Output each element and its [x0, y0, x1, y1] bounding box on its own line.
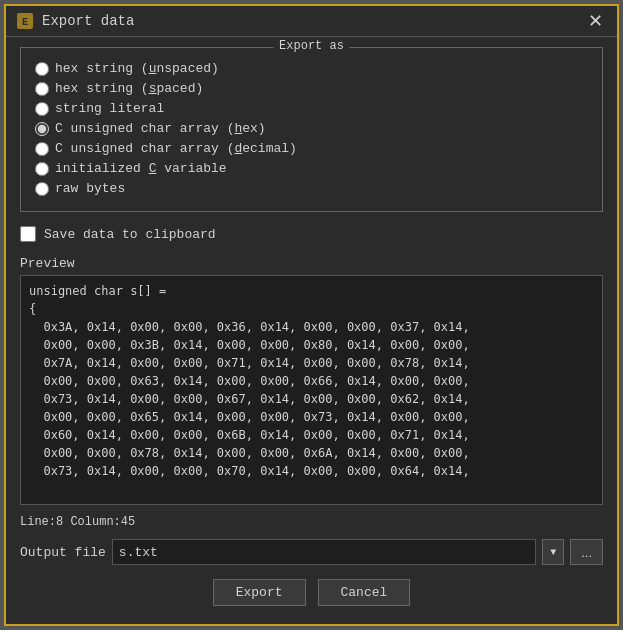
- preview-box[interactable]: unsigned char s[] = { 0x3A, 0x14, 0x00, …: [20, 275, 603, 505]
- radio-c-hex[interactable]: C unsigned char array (hex): [35, 121, 588, 136]
- output-dropdown-arrow[interactable]: ▼: [542, 539, 564, 565]
- output-file-input[interactable]: [112, 539, 536, 565]
- radio-hex-unspaced[interactable]: hex string (unspaced): [35, 61, 588, 76]
- radio-c-variable[interactable]: initialized C variable: [35, 161, 588, 176]
- output-browse-button[interactable]: ...: [570, 539, 603, 565]
- radio-label-c-variable: initialized C variable: [55, 161, 227, 176]
- radio-input-string-literal[interactable]: [35, 102, 49, 116]
- export-as-legend: Export as: [273, 39, 350, 53]
- title-bar: E Export data ✕: [6, 6, 617, 37]
- radio-hex-spaced[interactable]: hex string (spaced): [35, 81, 588, 96]
- radio-input-raw-bytes[interactable]: [35, 182, 49, 196]
- preview-label: Preview: [20, 256, 603, 271]
- dialog-icon: E: [16, 12, 34, 30]
- radio-input-c-decimal[interactable]: [35, 142, 49, 156]
- dialog-content: Export as hex string (unspaced) hex stri…: [6, 37, 617, 624]
- radio-label-c-decimal: C unsigned char array (decimal): [55, 141, 297, 156]
- svg-text:E: E: [22, 17, 28, 28]
- radio-input-c-hex[interactable]: [35, 122, 49, 136]
- cancel-button[interactable]: Cancel: [318, 579, 411, 606]
- export-as-group: Export as hex string (unspaced) hex stri…: [20, 47, 603, 212]
- preview-section: Preview unsigned char s[] = { 0x3A, 0x14…: [20, 256, 603, 505]
- clipboard-label: Save data to clipboard: [44, 227, 216, 242]
- radio-label-c-hex: C unsigned char array (hex): [55, 121, 266, 136]
- dialog-title: Export data: [42, 13, 576, 29]
- radio-input-c-variable[interactable]: [35, 162, 49, 176]
- export-button[interactable]: Export: [213, 579, 306, 606]
- output-file-label: Output file: [20, 545, 106, 560]
- radio-label-hex-unspaced: hex string (unspaced): [55, 61, 219, 76]
- radio-raw-bytes[interactable]: raw bytes: [35, 181, 588, 196]
- export-dialog: E Export data ✕ Export as hex string (un…: [4, 4, 619, 626]
- radio-label-string-literal: string literal: [55, 101, 164, 116]
- radio-c-decimal[interactable]: C unsigned char array (decimal): [35, 141, 588, 156]
- clipboard-checkbox[interactable]: [20, 226, 36, 242]
- radio-label-raw-bytes: raw bytes: [55, 181, 125, 196]
- radio-string-literal[interactable]: string literal: [35, 101, 588, 116]
- preview-content: unsigned char s[] = { 0x3A, 0x14, 0x00, …: [29, 282, 594, 480]
- button-row: Export Cancel: [20, 579, 603, 606]
- output-row: Output file ▼ ...: [20, 539, 603, 565]
- radio-label-hex-spaced: hex string (spaced): [55, 81, 203, 96]
- radio-input-hex-spaced[interactable]: [35, 82, 49, 96]
- close-button[interactable]: ✕: [584, 12, 607, 30]
- status-bar: Line:8 Column:45: [20, 515, 603, 529]
- clipboard-row: Save data to clipboard: [20, 226, 603, 242]
- radio-input-hex-unspaced[interactable]: [35, 62, 49, 76]
